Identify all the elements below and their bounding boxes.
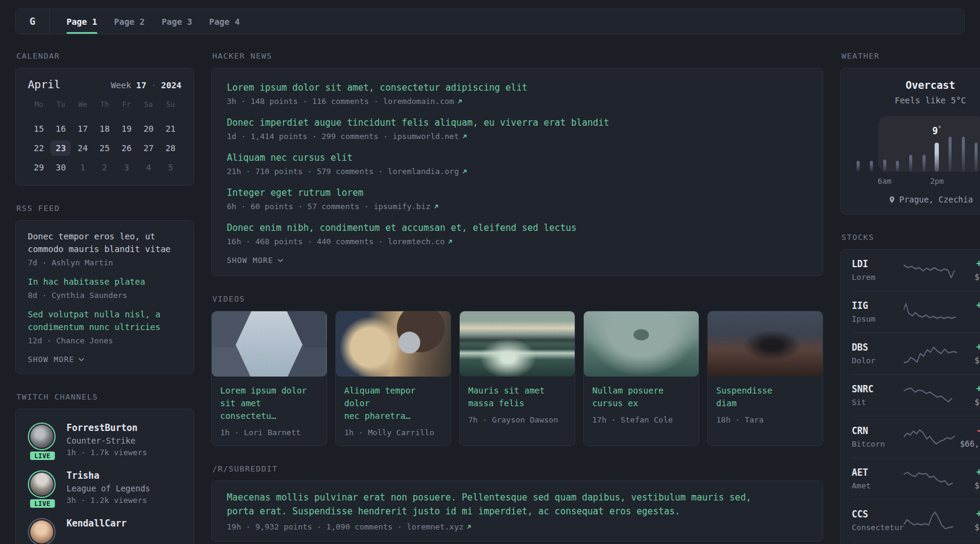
stock-row: AET Amet +0.92% $499.72 [852, 458, 980, 499]
twitch-channel-info: KendallCarr [67, 518, 126, 544]
page-tab[interactable]: Page 2 [114, 9, 145, 34]
video-thumbnail[interactable] [460, 311, 575, 377]
twitch-widget: LIVE ForrestBurton Counter-Strike 1h · 1… [15, 409, 194, 544]
video-title[interactable]: Lorem ipsum dolor sit amet consectetu… [212, 377, 327, 423]
video-title[interactable]: Nullam posuere cursus ex [584, 377, 699, 410]
hackernews-item-meta: 6h · 60 points · 57 comments · ipsumify.… [227, 202, 808, 211]
external-link-icon[interactable] [462, 169, 468, 175]
video-thumbnail[interactable] [212, 311, 327, 377]
external-link-icon[interactable] [466, 524, 472, 530]
stock-price: $156.28 [957, 355, 980, 365]
subreddit-post-title[interactable]: Maecenas mollis pulvinar erat non posuer… [227, 491, 808, 519]
video-card[interactable]: Aliquam tempor dolor nec pharetra… 1h · … [335, 311, 451, 446]
stock-identity: CCS Consectetur [852, 509, 904, 532]
stock-price: $148.64 [957, 397, 980, 407]
weather-hourly-chart: 9° [852, 118, 980, 172]
rss-item-title[interactable]: Sed volutpat nulla nisl, a condimentum n… [28, 308, 181, 334]
rss-item-title[interactable]: In hac habitasse platea [28, 276, 181, 288]
external-link-icon[interactable] [457, 99, 463, 105]
calendar-day: 19 [116, 121, 137, 137]
hackernews-show-more-label: SHOW MORE [227, 256, 273, 265]
weather-bar [949, 137, 952, 172]
subreddit-widget: Maecenas mollis pulvinar erat non posuer… [211, 481, 823, 542]
rss-item-title[interactable]: Donec tempor eros leo, ut commodo mauris… [28, 230, 181, 256]
stock-values: +4.35% $795.18 [957, 258, 980, 282]
weather-bar-slot [852, 118, 865, 172]
stock-sparkline [904, 468, 957, 489]
stock-values: -1.00% $66,171.48 [957, 425, 980, 448]
video-title[interactable]: Suspendisse diam [708, 377, 823, 410]
weather-bar-slot [878, 118, 891, 172]
stock-price: $42.04 [957, 314, 980, 323]
calendar-weekday: Fr [116, 100, 137, 111]
video-title[interactable]: Mauris sit amet massa felis [460, 377, 575, 410]
calendar-day: 28 [160, 140, 181, 156]
video-thumbnail[interactable] [584, 311, 699, 377]
stock-change: +1.42% [957, 342, 980, 352]
hackernews-item-meta: 3h · 148 points · 116 comments · loremdo… [227, 97, 808, 106]
twitch-channel-name[interactable]: ForrestBurton [67, 423, 147, 433]
twitch-section-title: TWITCH CHANNELS [16, 392, 193, 401]
stock-name: Bitcorn [852, 439, 904, 448]
video-thumbnail[interactable] [708, 311, 823, 377]
stock-row: DBS Dolor +1.42% $156.28 [852, 332, 980, 374]
stock-price: $795.18 [957, 272, 980, 282]
hackernews-item-title[interactable]: Donec enim nibh, condimentum et accumsan… [227, 222, 808, 235]
stock-change: +4.35% [957, 258, 980, 269]
hackernews-item-title[interactable]: Donec imperdiet augue tincidunt felis al… [227, 117, 808, 129]
page-tab[interactable]: Page 1 [67, 9, 97, 34]
external-link-icon[interactable] [447, 239, 453, 245]
stock-identity: SNRC Sit [852, 384, 904, 407]
twitch-channel-name[interactable]: Trisha [67, 470, 150, 481]
video-card[interactable]: Lorem ipsum dolor sit amet consectetu… 1… [211, 311, 327, 446]
stock-identity: LDI Lorem [852, 259, 904, 282]
twitch-channel-viewers: 3h · 1.2k viewers [67, 496, 150, 505]
twitch-channel[interactable]: LIVE Trisha League of Legends 3h · 1.2k … [28, 470, 181, 505]
calendar-weekday: Su [160, 100, 181, 111]
video-title[interactable]: Aliquam tempor dolor nec pharetra… [336, 377, 451, 423]
twitch-channel[interactable]: LIVE ForrestBurton Counter-Strike 1h · 1… [28, 423, 181, 457]
dashboard-grid: CALENDAR April Week 17 · 2024 MoTuWeThFr… [0, 34, 980, 544]
subreddit-section-title: /R/SUBREDDIT [212, 464, 822, 473]
hackernews-item-title[interactable]: Integer eget rutrum lorem [227, 187, 808, 199]
page-tab[interactable]: Page 3 [162, 9, 192, 34]
rss-item-meta-text: 12d · Chance Jones [28, 336, 113, 345]
twitch-channel-list: LIVE ForrestBurton Counter-Strike 1h · 1… [28, 423, 181, 544]
twitch-channel[interactable]: KendallCarr [28, 518, 181, 544]
weather-widget: Overcast Feels like 5°C 9° 6am2pm10pm Pr… [840, 68, 980, 215]
hackernews-item-meta-text: 21h · 710 points · 579 comments · loreml… [227, 167, 459, 176]
calendar-day: 25 [94, 140, 115, 156]
weather-bar [870, 161, 873, 172]
video-card[interactable]: Mauris sit amet massa felis 7h · Grayson… [459, 311, 575, 446]
video-thumbnail[interactable] [336, 311, 451, 377]
calendar-weekday: Sa [137, 100, 159, 111]
calendar-weekday: Tu [50, 100, 71, 111]
stocks-list: LDI Lorem +4.35% $795.18 IIG Ipsum +2.84… [852, 250, 980, 544]
twitch-avatar-wrap [28, 518, 57, 544]
twitch-avatar-wrap: LIVE [28, 470, 57, 505]
calendar-day: 2 [94, 160, 115, 175]
twitch-channel-name[interactable]: KendallCarr [67, 518, 126, 529]
page-tab[interactable]: Page 4 [209, 9, 240, 34]
weather-bar-slot [917, 118, 930, 172]
weather-bar [935, 143, 939, 172]
weather-bars [852, 118, 980, 172]
stock-change: +1.36% [957, 383, 980, 394]
external-link-icon[interactable] [462, 134, 468, 140]
hackernews-item-meta-text: 16h · 468 points · 440 comments · loremt… [227, 237, 445, 246]
rss-section-title: RSS FEED [16, 204, 193, 213]
page-tab-label: Page 1 [67, 17, 97, 27]
hackernews-item-title[interactable]: Aliquam nec cursus elit [227, 152, 808, 164]
hackernews-show-more-button[interactable]: SHOW MORE [227, 256, 808, 265]
calendar-day: 1 [73, 160, 93, 175]
video-card[interactable]: Suspendisse diam 18h · Tara [707, 311, 823, 446]
hackernews-item-meta: 16h · 468 points · 440 comments · loremt… [227, 237, 808, 246]
weather-bar [923, 155, 926, 172]
twitch-channel-info: Trisha League of Legends 3h · 1.2k viewe… [67, 470, 150, 505]
external-link-icon[interactable] [433, 204, 439, 210]
rss-show-more-button[interactable]: SHOW MORE [28, 355, 181, 364]
video-card[interactable]: Nullam posuere cursus ex 17h · Stefan Co… [583, 311, 699, 446]
hackernews-item-title[interactable]: Lorem ipsum dolor sit amet, consectetur … [227, 82, 808, 94]
hackernews-widget: Lorem ipsum dolor sit amet, consectetur … [211, 68, 823, 276]
stock-ticker: AET [852, 467, 904, 478]
